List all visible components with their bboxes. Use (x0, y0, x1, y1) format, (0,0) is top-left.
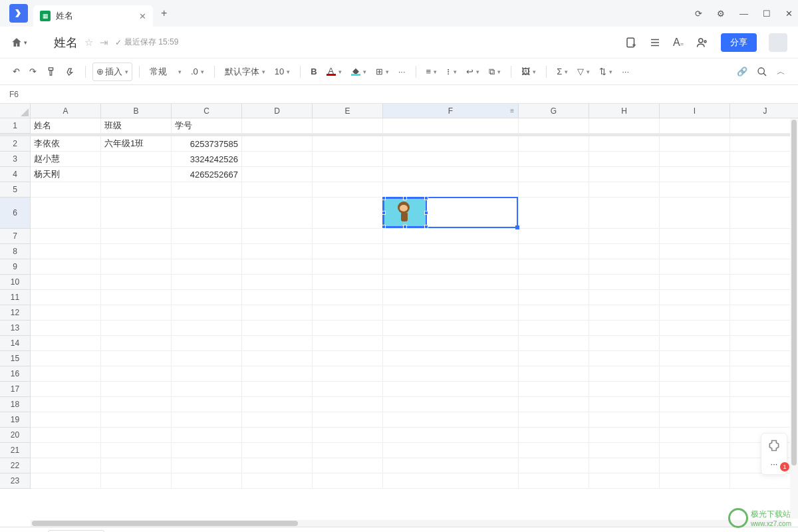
cell[interactable] (589, 336, 660, 351)
horizontal-scrollbar[interactable] (31, 520, 785, 527)
settings-icon[interactable]: ⚙ (717, 9, 725, 19)
cell[interactable] (383, 259, 519, 275)
column-header[interactable]: A (31, 104, 101, 118)
cell[interactable]: 6253737585 (172, 136, 242, 152)
row-header[interactable]: 1 (0, 118, 31, 134)
cell[interactable] (242, 259, 313, 275)
cell[interactable] (383, 443, 519, 458)
cell[interactable] (589, 382, 660, 397)
cell[interactable] (383, 473, 519, 489)
cell[interactable] (660, 290, 730, 305)
cell[interactable] (730, 290, 798, 305)
cell[interactable] (172, 275, 242, 290)
cell[interactable]: 赵小慧 (31, 152, 101, 167)
cell[interactable] (101, 321, 172, 336)
cell[interactable] (101, 473, 172, 489)
cell[interactable] (242, 351, 313, 366)
cell[interactable] (519, 366, 589, 382)
cell[interactable] (31, 397, 101, 412)
cell[interactable] (313, 473, 383, 489)
cell[interactable] (660, 229, 730, 244)
cell[interactable] (730, 336, 798, 351)
document-tab[interactable]: ▦ 姓名 ✕ (33, 5, 153, 27)
cell[interactable] (519, 244, 589, 259)
row-header[interactable]: 2 (0, 136, 31, 152)
cell[interactable] (730, 167, 798, 182)
cell[interactable] (313, 428, 383, 443)
fill-color-button[interactable]: ◆▾ (348, 65, 370, 78)
cell[interactable] (383, 321, 519, 336)
cell[interactable] (101, 351, 172, 366)
cell[interactable] (172, 443, 242, 458)
cell[interactable] (172, 382, 242, 397)
cell[interactable] (519, 443, 589, 458)
merge-button[interactable]: ⧉▾ (485, 64, 504, 80)
collaborators-icon[interactable] (696, 37, 709, 49)
spreadsheet-grid[interactable]: ABCDEF≡GHIJ 1234567891011121314151617181… (0, 104, 798, 527)
cell[interactable] (313, 305, 383, 321)
cell[interactable] (730, 321, 798, 336)
cell[interactable] (660, 198, 730, 229)
column-header[interactable]: C (172, 104, 242, 118)
cell[interactable] (313, 182, 383, 198)
font-color-button[interactable]: A▾ (323, 65, 345, 78)
cell[interactable] (101, 366, 172, 382)
cell[interactable] (589, 321, 660, 336)
cell[interactable] (383, 412, 519, 428)
cell[interactable] (589, 443, 660, 458)
cell[interactable] (31, 351, 101, 366)
cell[interactable] (589, 182, 660, 198)
cell[interactable] (242, 290, 313, 305)
row-header[interactable]: 4 (0, 167, 31, 182)
cell[interactable] (101, 229, 172, 244)
cell[interactable] (730, 473, 798, 489)
image-button[interactable]: 🖼▾ (518, 64, 539, 79)
cell[interactable] (730, 351, 798, 366)
doc-title[interactable]: 姓名 (54, 35, 78, 51)
cell[interactable] (519, 458, 589, 473)
cell[interactable] (101, 336, 172, 351)
cell[interactable] (31, 182, 101, 198)
column-header[interactable]: F≡ (383, 104, 519, 118)
cell[interactable] (101, 182, 172, 198)
cell[interactable] (313, 152, 383, 167)
cell[interactable] (313, 443, 383, 458)
cell[interactable] (660, 118, 730, 134)
cell[interactable] (589, 259, 660, 275)
more-panel-icon[interactable]: ··· (771, 459, 778, 469)
cell[interactable] (589, 473, 660, 489)
close-window-icon[interactable]: ✕ (785, 9, 793, 19)
home-button[interactable]: ▾ (11, 37, 27, 49)
column-header[interactable]: E (313, 104, 383, 118)
cell[interactable] (101, 412, 172, 428)
cell[interactable] (101, 290, 172, 305)
cell[interactable] (242, 321, 313, 336)
select-all-corner[interactable] (0, 104, 31, 118)
cell[interactable] (660, 321, 730, 336)
column-header[interactable]: I (660, 104, 730, 118)
cell[interactable] (101, 428, 172, 443)
cell[interactable] (313, 412, 383, 428)
cell[interactable] (383, 290, 519, 305)
cell[interactable] (242, 229, 313, 244)
cell[interactable] (519, 167, 589, 182)
maximize-icon[interactable]: ☐ (763, 9, 771, 19)
cell[interactable] (313, 198, 383, 229)
more-tools-button[interactable]: ··· (618, 64, 632, 79)
cell[interactable] (101, 152, 172, 167)
cell[interactable] (519, 412, 589, 428)
cell[interactable] (242, 366, 313, 382)
cell[interactable] (31, 229, 101, 244)
cell[interactable] (660, 244, 730, 259)
cell[interactable] (101, 443, 172, 458)
cell[interactable] (242, 182, 313, 198)
row-header[interactable]: 7 (0, 229, 31, 244)
row-header[interactable]: 17 (0, 382, 31, 397)
cell[interactable] (660, 259, 730, 275)
cell[interactable] (730, 275, 798, 290)
cell[interactable] (383, 152, 519, 167)
cell[interactable]: 杨天刚 (31, 167, 101, 182)
wrap-button[interactable]: ↩▾ (463, 64, 483, 79)
cell[interactable] (313, 290, 383, 305)
cell[interactable] (519, 118, 589, 134)
